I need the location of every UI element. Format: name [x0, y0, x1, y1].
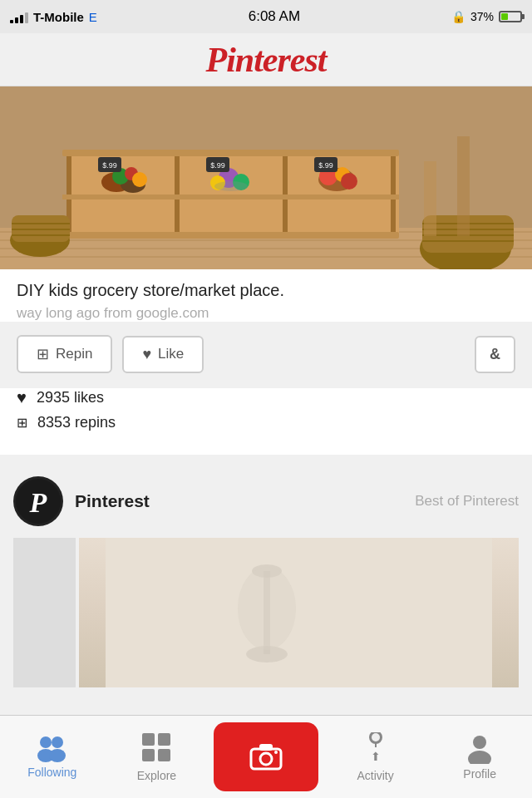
pin-image[interactable]: $.99 $.99 $.99: [0, 86, 532, 269]
nav-item-activity[interactable]: ⬆ Activity: [323, 716, 428, 798]
board-name: Pinterest: [75, 491, 150, 511]
likes-icon: ♥: [17, 388, 27, 407]
activity-icon: ⬆: [361, 732, 391, 766]
pinterest-avatar-svg: P: [16, 479, 61, 524]
avatar-circle: P: [16, 479, 61, 524]
nav-label-following: Following: [27, 766, 76, 779]
svg-point-70: [473, 736, 486, 749]
likes-stat: ♥ 2935 likes: [17, 388, 515, 407]
repins-icon: ⊞: [17, 415, 27, 431]
nav-label-profile: Profile: [463, 767, 496, 781]
svg-point-18: [132, 172, 147, 187]
more-icon: &: [490, 346, 500, 363]
pin-info: DIY kids grocery store/market place. way…: [0, 269, 532, 322]
status-right: 🔒 37%: [451, 10, 522, 23]
lock-icon: 🔒: [451, 10, 466, 23]
pin-stats: ♥ 2935 likes ⊞ 8353 repins: [0, 388, 532, 455]
more-button[interactable]: &: [475, 336, 515, 373]
board-identity: P Pinterest: [13, 476, 150, 526]
svg-rect-60: [158, 749, 170, 761]
nav-label-activity: Activity: [357, 769, 393, 782]
nav-label-explore: Explore: [137, 769, 176, 782]
nav-item-following[interactable]: Following: [0, 716, 105, 798]
carrier-text: T-Mobile: [33, 10, 84, 24]
board-image-main: [79, 538, 519, 687]
app-logo: Pinterest: [206, 40, 327, 80]
signal-bars: [10, 10, 28, 23]
explore-icon: [141, 732, 171, 766]
pin-image-svg: $.99 $.99 $.99: [0, 86, 532, 269]
likes-count: 2935 likes: [37, 389, 104, 406]
signal-bar-3: [20, 15, 23, 23]
following-icon: [34, 736, 71, 762]
svg-point-53: [40, 736, 52, 748]
svg-rect-58: [158, 733, 170, 746]
svg-point-52: [238, 567, 296, 650]
nav-item-camera[interactable]: [214, 722, 318, 791]
svg-point-56: [49, 749, 66, 762]
svg-rect-44: [424, 161, 436, 236]
following-icon-svg: [34, 736, 71, 762]
battery-fill: [501, 13, 508, 20]
activity-icon-svg: ⬆: [361, 732, 391, 762]
camera-icon: [248, 741, 284, 774]
svg-rect-59: [142, 749, 155, 761]
battery-icon: [499, 11, 522, 22]
svg-text:$.99: $.99: [210, 161, 225, 170]
status-bar: T-Mobile E 6:08 AM 🔒 37%: [0, 0, 532, 33]
svg-rect-13: [62, 232, 399, 239]
nav-item-explore[interactable]: Explore: [105, 716, 209, 798]
svg-point-26: [341, 173, 357, 190]
status-time: 6:08 AM: [249, 8, 300, 25]
board-main-svg: [79, 538, 519, 687]
svg-rect-48: [106, 538, 492, 687]
action-buttons: ⊞ Repin ♥ Like &: [0, 335, 532, 373]
svg-point-64: [274, 751, 278, 754]
repins-count: 8353 repins: [37, 414, 116, 431]
camera-icon-svg: [248, 741, 284, 771]
repin-label: Repin: [56, 346, 92, 362]
svg-point-71: [468, 751, 491, 764]
board-section[interactable]: P Pinterest Best of Pinterest: [0, 463, 532, 687]
board-header: P Pinterest Best of Pinterest: [13, 476, 519, 526]
svg-text:⬆: ⬆: [371, 750, 381, 762]
svg-rect-45: [457, 136, 470, 236]
network-type: E: [89, 10, 97, 24]
signal-bar-4: [25, 12, 28, 23]
bottom-nav: Following Explore: [0, 715, 532, 798]
heart-icon: ♥: [142, 346, 151, 363]
explore-icon-svg: [141, 732, 171, 762]
svg-rect-57: [142, 733, 155, 746]
svg-text:$.99: $.99: [318, 161, 333, 170]
svg-rect-62: [259, 744, 273, 751]
signal-bar-1: [10, 20, 13, 23]
profile-icon: [465, 734, 495, 764]
repin-button[interactable]: ⊞ Repin: [17, 335, 112, 373]
svg-rect-12: [62, 195, 399, 200]
board-avatar: P: [13, 476, 63, 526]
like-label: Like: [158, 346, 184, 362]
section-divider: [0, 455, 532, 463]
status-left: T-Mobile E: [10, 10, 97, 24]
nav-item-profile[interactable]: Profile: [427, 716, 532, 798]
profile-icon-svg: [465, 734, 495, 764]
svg-point-22: [214, 181, 248, 191]
repin-icon: ⊞: [37, 345, 49, 363]
repins-stat: ⊞ 8353 repins: [17, 414, 515, 431]
svg-point-63: [260, 753, 272, 765]
app-header: Pinterest: [0, 33, 532, 86]
board-subtitle: Best of Pinterest: [415, 493, 519, 510]
board-image-left: [13, 538, 76, 687]
signal-bar-2: [15, 17, 18, 23]
svg-point-68: [372, 733, 380, 741]
board-grid: [13, 538, 519, 687]
pin-source: way long ago from google.com: [17, 305, 515, 322]
svg-text:$.99: $.99: [102, 161, 117, 170]
pin-title: DIY kids grocery store/market place.: [17, 281, 515, 300]
like-button[interactable]: ♥ Like: [122, 336, 204, 373]
svg-rect-11: [62, 150, 399, 156]
svg-text:P: P: [29, 487, 47, 518]
battery-percent: 37%: [470, 10, 494, 23]
svg-point-55: [52, 736, 63, 748]
